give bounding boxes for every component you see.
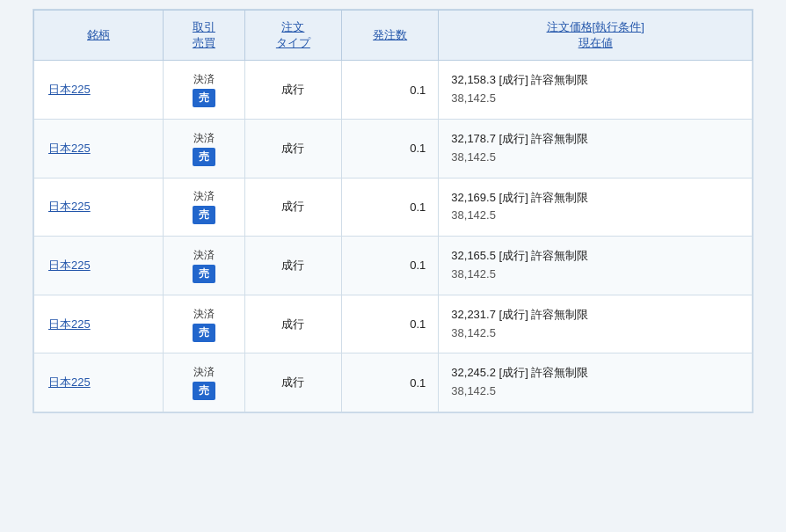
- price-line1: 32,245.2 [成行] 許容無制限: [451, 364, 743, 383]
- symbol-link[interactable]: 日本225: [48, 259, 91, 272]
- cell-order-type: 成行: [244, 295, 341, 353]
- price-line2: 38,142.5: [451, 383, 743, 401]
- badge-container: 決済 売: [172, 248, 236, 283]
- badge-label: 決済: [193, 72, 215, 87]
- cell-count: 0.1: [342, 119, 439, 178]
- cell-price: 32,178.7 [成行] 許容無制限 38,142.5: [439, 119, 753, 178]
- cell-symbol: 日本225: [34, 237, 164, 295]
- price-line2: 38,142.5: [451, 324, 743, 343]
- cell-symbol: 日本225: [34, 119, 164, 178]
- cell-order-type: 成行: [244, 61, 341, 120]
- table-row: 日本225 決済 売 成行 0.1 32,178.7 [成行] 許容無制限 38…: [34, 119, 753, 178]
- symbol-link[interactable]: 日本225: [48, 375, 91, 389]
- badge-sell: 売: [193, 265, 215, 283]
- symbol-link[interactable]: 日本225: [48, 83, 91, 96]
- badge-label: 決済: [193, 307, 215, 322]
- price-line2: 38,142.5: [451, 149, 743, 167]
- table-row: 日本225 決済 売 成行 0.1 32,158.3 [成行] 許容無制限 38…: [34, 61, 753, 120]
- badge-container: 決済 売: [172, 72, 236, 107]
- badge-label: 決済: [193, 189, 215, 204]
- price-line2: 38,142.5: [451, 207, 743, 225]
- cell-symbol: 日本225: [34, 295, 164, 353]
- cell-trade: 決済 売: [164, 178, 245, 237]
- col-header-price: 注文価格[執行条件]現在値: [439, 11, 753, 61]
- cell-price: 32,158.3 [成行] 許容無制限 38,142.5: [439, 61, 753, 120]
- price-line1: 32,158.3 [成行] 許容無制限: [451, 71, 743, 90]
- table-row: 日本225 決済 売 成行 0.1 32,245.2 [成行] 許容無制限 38…: [34, 353, 753, 412]
- badge-sell: 売: [193, 89, 215, 107]
- table-row: 日本225 決済 売 成行 0.1 32,231.7 [成行] 許容無制限 38…: [34, 295, 753, 353]
- badge-container: 決済 売: [172, 365, 236, 400]
- cell-order-type: 成行: [244, 237, 341, 295]
- badge-sell: 売: [193, 206, 215, 224]
- badge-container: 決済 売: [172, 189, 236, 224]
- price-line1: 32,231.7 [成行] 許容無制限: [451, 306, 743, 324]
- col-header-symbol: 銘柄: [34, 11, 164, 61]
- table-row: 日本225 決済 売 成行 0.1 32,165.5 [成行] 許容無制限 38…: [34, 237, 753, 295]
- cell-count: 0.1: [342, 295, 439, 353]
- col-header-trade: 取引売買: [164, 11, 245, 61]
- main-table-container: 銘柄 取引売買 注文タイプ 発注数 注文価格[執行条件]現在値 日本225 決済…: [33, 9, 753, 413]
- cell-symbol: 日本225: [34, 353, 164, 412]
- cell-order-type: 成行: [244, 119, 341, 178]
- cell-price: 32,165.5 [成行] 許容無制限 38,142.5: [439, 237, 753, 295]
- badge-label: 決済: [193, 365, 215, 380]
- cell-order-type: 成行: [244, 178, 341, 237]
- badge-container: 決済 売: [172, 307, 236, 342]
- cell-trade: 決済 売: [164, 353, 245, 412]
- cell-price: 32,169.5 [成行] 許容無制限 38,142.5: [439, 178, 753, 237]
- col-header-count: 発注数: [342, 11, 439, 61]
- cell-trade: 決済 売: [164, 237, 245, 295]
- cell-symbol: 日本225: [34, 61, 164, 120]
- badge-label: 決済: [193, 131, 215, 146]
- col-header-order-type: 注文タイプ: [244, 11, 341, 61]
- cell-count: 0.1: [342, 353, 439, 412]
- cell-trade: 決済 売: [164, 61, 245, 120]
- cell-trade: 決済 売: [164, 119, 245, 178]
- cell-price: 32,231.7 [成行] 許容無制限 38,142.5: [439, 295, 753, 353]
- cell-count: 0.1: [342, 61, 439, 120]
- symbol-link[interactable]: 日本225: [48, 317, 91, 331]
- badge-sell: 売: [193, 148, 215, 166]
- orders-table: 銘柄 取引売買 注文タイプ 発注数 注文価格[執行条件]現在値 日本225 決済…: [33, 10, 753, 412]
- cell-count: 0.1: [342, 178, 439, 237]
- cell-count: 0.1: [342, 237, 439, 295]
- cell-order-type: 成行: [244, 353, 341, 412]
- price-line2: 38,142.5: [451, 266, 743, 284]
- symbol-link[interactable]: 日本225: [48, 142, 91, 155]
- cell-price: 32,245.2 [成行] 許容無制限 38,142.5: [439, 353, 753, 412]
- price-line2: 38,142.5: [451, 90, 743, 108]
- price-line1: 32,165.5 [成行] 許容無制限: [451, 247, 743, 266]
- badge-sell: 売: [193, 382, 215, 400]
- price-line1: 32,178.7 [成行] 許容無制限: [451, 130, 743, 149]
- price-line1: 32,169.5 [成行] 許容無制限: [451, 189, 743, 208]
- badge-sell: 売: [193, 324, 215, 342]
- cell-symbol: 日本225: [34, 178, 164, 237]
- cell-trade: 決済 売: [164, 295, 245, 353]
- badge-container: 決済 売: [172, 131, 236, 166]
- symbol-link[interactable]: 日本225: [48, 200, 91, 213]
- badge-label: 決済: [193, 248, 215, 263]
- table-row: 日本225 決済 売 成行 0.1 32,169.5 [成行] 許容無制限 38…: [34, 178, 753, 237]
